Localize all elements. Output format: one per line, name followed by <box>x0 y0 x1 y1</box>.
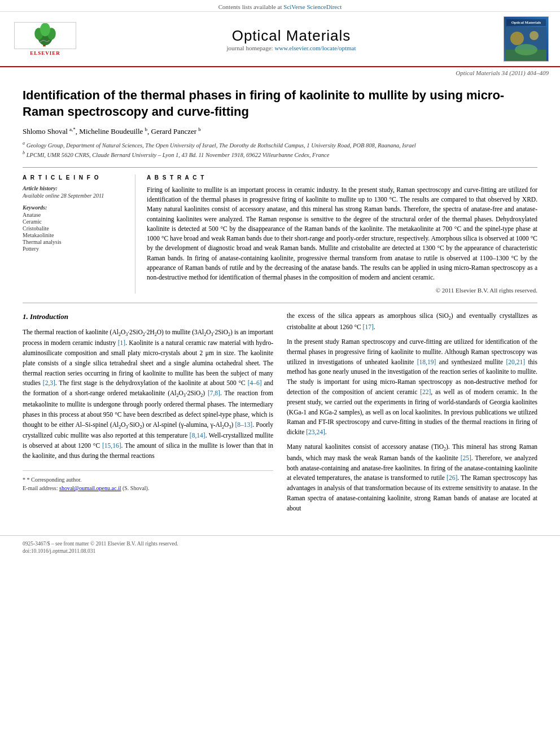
section-divider <box>23 303 537 303</box>
article-title: Identification of the thermal phases in … <box>23 88 537 120</box>
homepage-label: journal homepage: <box>227 45 273 51</box>
corresponding-label: * Corresponding author. <box>27 477 82 483</box>
abstract-title: A B S T R A C T <box>147 174 537 181</box>
ref-78[interactable]: [7,8] <box>208 390 220 396</box>
elsevier-label: ELSEVIER <box>30 50 60 56</box>
ref-26[interactable]: [26] <box>447 474 457 481</box>
body-right-column: the excess of the silica appears as amor… <box>287 311 537 518</box>
body-paragraph-right-1: the excess of the silica appears as amor… <box>287 311 537 333</box>
journal-name: Optical Materials <box>90 27 492 45</box>
top-bar: Contents lists available at SciVerse Sci… <box>0 2 560 12</box>
ref-1[interactable]: [1] <box>118 339 125 346</box>
body-two-column: 1. Introduction The thermal reaction of … <box>23 311 537 518</box>
page-footer: 0925-3467/$ – see front matter © 2011 El… <box>0 535 560 560</box>
ref-1516[interactable]: [15,16] <box>102 442 121 449</box>
elsevier-logo: ELSEVIER <box>11 22 79 56</box>
footer-note: 0925-3467/$ – see front matter © 2011 El… <box>23 540 537 556</box>
article-citation: Optical Materials 34 (2011) 404–409 <box>0 67 560 76</box>
body-paragraph-right-3: Many natural kaolinites consist of acces… <box>287 442 537 514</box>
abstract-column: A B S T R A C T Firing of kaolinite to m… <box>147 174 537 294</box>
main-content: Identification of the thermal phases in … <box>0 76 560 530</box>
journal-banner: ELSEVIER Optical Materials journal homep… <box>0 12 560 66</box>
corresponding-author-note: * * Corresponding author. E-mail address… <box>23 470 273 493</box>
email-label: E-mail address: <box>23 485 58 491</box>
ref-25[interactable]: [25] <box>461 455 471 461</box>
svg-point-7 <box>530 31 539 40</box>
ref-814[interactable]: [8,14] <box>190 432 205 439</box>
article-info-abstract: A R T I C L E I N F O Article history: A… <box>23 167 537 294</box>
article-info-column: A R T I C L E I N F O Article history: A… <box>23 174 135 294</box>
ref-2021[interactable]: [20,21] <box>506 359 525 365</box>
ref-46[interactable]: [4–6] <box>248 379 262 386</box>
body-left-column: 1. Introduction The thermal reaction of … <box>23 311 273 518</box>
elsevier-tree-icon <box>28 23 62 49</box>
keyword-cristobalite: Cristobalite <box>23 225 126 231</box>
affiliations: a Geology Group, Department of Natural S… <box>23 140 537 159</box>
elsevier-logo-image <box>14 22 76 49</box>
doi-text: doi:10.1016/j.optmat.2011.08.031 <box>23 548 95 554</box>
issn-text: 0925-3467/$ – see front matter © 2011 El… <box>23 541 178 547</box>
journal-cover-title: Optical Materials <box>506 19 546 26</box>
section1-heading: 1. Introduction <box>23 311 273 322</box>
footnote-symbol: * <box>23 477 27 483</box>
journal-title-center: Optical Materials journal homepage: www.… <box>79 27 504 51</box>
sciverse-link[interactable]: SciVerse ScienceDirect <box>283 3 342 10</box>
ref-22[interactable]: [22] <box>420 388 431 395</box>
history-label: Article history: <box>23 185 126 191</box>
homepage-link[interactable]: www.elsevier.com/locate/optmat <box>274 45 356 51</box>
abstract-copyright: © 2011 Elsevier B.V. All rights reserved… <box>147 287 537 294</box>
top-bar-text: Contents lists available at <box>218 3 283 10</box>
ref-17[interactable]: [17] <box>363 324 374 330</box>
ref-1819[interactable]: [18,19] <box>417 359 436 365</box>
body-paragraph-1: The thermal reaction of kaolinite (Al2O3… <box>23 327 273 461</box>
svg-point-9 <box>515 44 537 55</box>
keyword-ceramic: Ceramic <box>23 219 126 225</box>
journal-cover: Optical Materials <box>504 16 549 62</box>
abstract-text: Firing of kaolinite to mullite is an imp… <box>147 185 537 283</box>
keyword-metakaolinite: Metakaolinite <box>23 232 126 238</box>
keyword-anatase: Anatase <box>23 212 126 218</box>
cover-art-icon <box>506 27 546 61</box>
svg-point-4 <box>40 23 50 36</box>
author-email[interactable]: shoval@oumail.openu.ac.il <box>59 485 121 491</box>
available-online: Available online 28 September 2011 <box>23 193 126 199</box>
journal-cover-image <box>506 27 546 61</box>
email-suffix: (S. Shoval). <box>123 485 150 491</box>
authors: Shlomo Shoval a,*, Micheline Boudeuille … <box>23 126 537 136</box>
svg-point-6 <box>510 32 524 45</box>
body-paragraph-right-2: In the present study Raman spectroscopy … <box>287 337 537 438</box>
ref-2324[interactable]: [23,24] <box>306 429 325 435</box>
keywords-list: Anatase Ceramic Cristobalite Metakaolini… <box>23 212 126 252</box>
journal-header: Contents lists available at SciVerse Sci… <box>0 0 560 67</box>
keyword-pottery: Pottery <box>23 246 126 252</box>
ref-23[interactable]: [2,3] <box>43 379 55 386</box>
ref-813[interactable]: [8–13] <box>235 421 253 428</box>
journal-homepage: journal homepage: www.elsevier.com/locat… <box>90 45 492 51</box>
keyword-thermal: Thermal analysis <box>23 239 126 245</box>
keywords-label: Keywords: <box>23 204 126 211</box>
article-info-title: A R T I C L E I N F O <box>23 174 126 181</box>
